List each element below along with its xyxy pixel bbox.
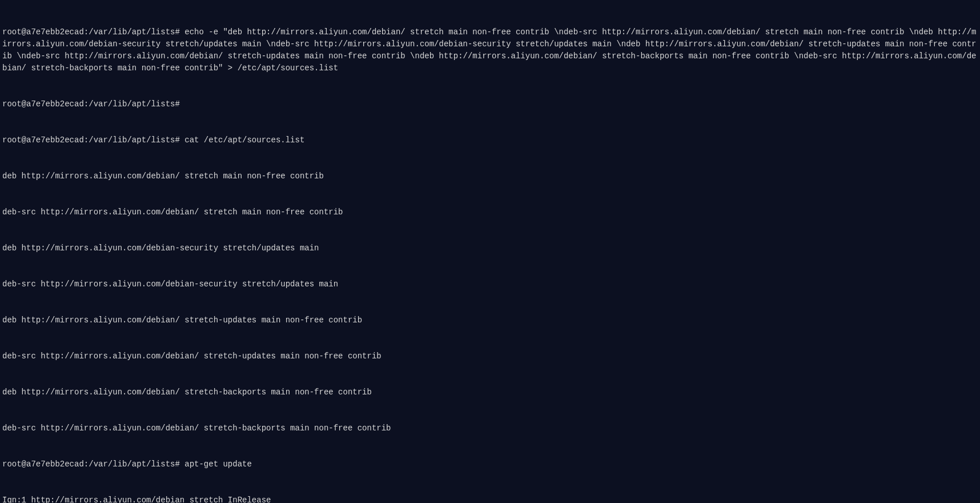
terminal-line: Ign:1 http://mirrors.aliyun.com/debian s…	[2, 494, 978, 503]
terminal-line: deb-src http://mirrors.aliyun.com/debian…	[2, 278, 978, 290]
terminal-line: root@a7e7ebb2ecad:/var/lib/apt/lists# ca…	[2, 134, 978, 146]
terminal-output[interactable]: root@a7e7ebb2ecad:/var/lib/apt/lists# ec…	[2, 2, 978, 503]
terminal-line: root@a7e7ebb2ecad:/var/lib/apt/lists#	[2, 98, 978, 110]
terminal-line: deb http://mirrors.aliyun.com/debian/ st…	[2, 170, 978, 182]
terminal-line: deb http://mirrors.aliyun.com/debian/ st…	[2, 314, 978, 326]
terminal-line: root@a7e7ebb2ecad:/var/lib/apt/lists# ap…	[2, 458, 978, 470]
terminal-line: deb-src http://mirrors.aliyun.com/debian…	[2, 350, 978, 362]
terminal-line: deb-src http://mirrors.aliyun.com/debian…	[2, 206, 978, 218]
terminal-line: deb http://mirrors.aliyun.com/debian/ st…	[2, 386, 978, 398]
terminal-line: root@a7e7ebb2ecad:/var/lib/apt/lists# ec…	[2, 26, 978, 74]
terminal-line: deb http://mirrors.aliyun.com/debian-sec…	[2, 242, 978, 254]
terminal-line: deb-src http://mirrors.aliyun.com/debian…	[2, 422, 978, 434]
